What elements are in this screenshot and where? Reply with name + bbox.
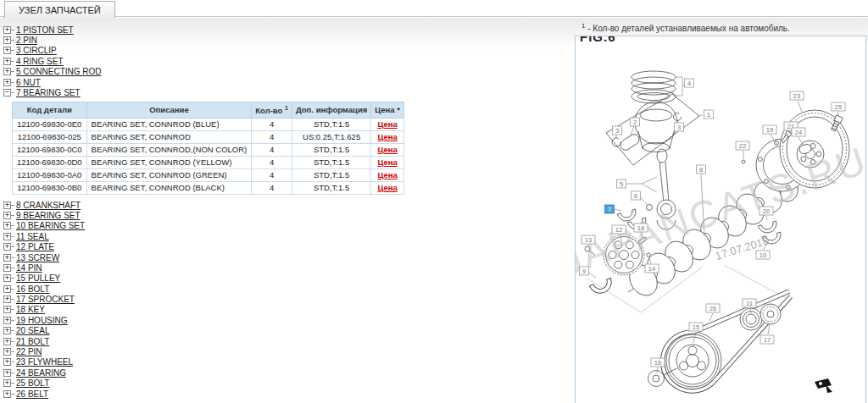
diagram-callout[interactable]: 19	[763, 125, 776, 134]
tree-item[interactable]: +4 RING SET	[3, 56, 570, 66]
tab-parts-node[interactable]: УЗЕЛ ЗАПЧАСТЕЙ	[4, 1, 115, 18]
tree-item-link[interactable]: 4 RING SET	[16, 57, 64, 66]
tree-item-link[interactable]: 18 KEY	[16, 305, 45, 314]
diagram-callout[interactable]: 2	[631, 118, 640, 126]
tree-item-link[interactable]: 14 PIN	[16, 263, 42, 273]
price-link[interactable]: Цена	[377, 119, 397, 129]
tree-item[interactable]: +12 PLATE	[3, 241, 570, 251]
expand-icon[interactable]: +	[3, 379, 11, 387]
diagram-callout[interactable]: 13	[581, 235, 595, 244]
tree-item-link[interactable]: 21 BOLT	[16, 337, 49, 346]
diagram-callout[interactable]: 6	[632, 191, 641, 200]
tree-item-link[interactable]: 1 PISTON SET	[16, 25, 74, 35]
diagram-callout[interactable]: 18	[634, 224, 648, 232]
expand-icon[interactable]: +	[3, 390, 11, 398]
expand-icon[interactable]: +	[3, 285, 11, 293]
tree-item[interactable]: +16 BOLT	[3, 284, 570, 294]
tree-item[interactable]: +19 HOUSING	[3, 315, 570, 325]
diagram-callout[interactable]: 9	[580, 267, 589, 275]
expand-icon[interactable]: +	[3, 369, 11, 377]
tree-item-link[interactable]: 22 PIN	[16, 347, 42, 356]
diagram-callout[interactable]: 17	[760, 335, 774, 344]
diagram-callout[interactable]: 3	[613, 126, 622, 135]
price-link[interactable]: Цена	[377, 157, 397, 167]
tree-item-link[interactable]: 24 BEARING	[16, 368, 66, 378]
collapse-icon[interactable]: −	[3, 89, 11, 97]
tree-item[interactable]: +23 FLYWHEEL	[3, 357, 570, 367]
tree-item[interactable]: +2 PIN	[3, 35, 570, 45]
expand-icon[interactable]: +	[3, 79, 11, 86]
expand-icon[interactable]: +	[3, 47, 11, 54]
expand-icon[interactable]: +	[3, 254, 11, 262]
tree-item[interactable]: +6 NUT	[3, 77, 570, 87]
tree-item-link[interactable]: 6 NUT	[16, 78, 41, 87]
diagram-callout[interactable]: 15	[689, 323, 703, 331]
tree-item-link[interactable]: 20 SEAL	[16, 326, 49, 335]
tree-item[interactable]: +20 SEAL	[3, 326, 570, 336]
expand-icon[interactable]: +	[3, 233, 11, 240]
expand-icon[interactable]: +	[3, 348, 11, 356]
tree-item[interactable]: +9 BEARING SET	[3, 210, 570, 220]
tree-item-link[interactable]: 7 BEARING SET	[16, 88, 81, 97]
price-link[interactable]: Цена	[377, 170, 397, 179]
diagram-callout[interactable]: 20	[760, 207, 773, 215]
price-link[interactable]: Цена	[377, 132, 397, 141]
tree-item-link[interactable]: 25 BOLT	[16, 378, 49, 388]
diagram-callout[interactable]: 24	[792, 128, 805, 136]
tree-item[interactable]: +26 BELT	[3, 389, 570, 399]
tree-item[interactable]: +1 PISTON SET	[3, 25, 570, 35]
tree-item[interactable]: +5 CONNECTING ROD	[3, 67, 570, 77]
tree-item[interactable]: +21 BOLT	[3, 336, 570, 346]
expand-icon[interactable]: +	[3, 26, 11, 34]
diagram-callout-selected[interactable]: 7	[605, 205, 615, 213]
expand-icon[interactable]: +	[3, 222, 11, 229]
expand-icon[interactable]: +	[3, 306, 11, 313]
tree-item-link[interactable]: 10 BEARING SET	[16, 221, 85, 230]
expand-icon[interactable]: +	[3, 36, 11, 44]
price-link[interactable]: Цена	[377, 145, 397, 154]
tree-item-link[interactable]: 26 BELT	[16, 389, 48, 399]
tree-item[interactable]: +24 BEARING	[3, 367, 570, 378]
tree-item-link[interactable]: 15 PULLEY	[16, 273, 60, 283]
tree-item-link[interactable]: 8 CRANKSHAFT	[16, 201, 81, 210]
diagram-callout[interactable]: 12	[612, 225, 626, 234]
tree-item[interactable]: +3 CIRCLIP	[3, 46, 570, 56]
tree-item[interactable]: +17 SPROCKET	[3, 294, 570, 304]
expand-icon[interactable]: +	[3, 58, 11, 65]
diagram-callout[interactable]: 10	[756, 251, 770, 259]
tree-item-link[interactable]: 5 CONNECTING ROD	[16, 67, 102, 76]
diagram-callout[interactable]: 4	[685, 79, 694, 87]
diagram-callout[interactable]: 14	[645, 264, 659, 273]
diagram-callout[interactable]: 8	[697, 165, 706, 174]
tree-item-link[interactable]: 11 SEAL	[16, 232, 49, 241]
expand-icon[interactable]: +	[3, 295, 11, 303]
diagram-callout[interactable]: 5	[617, 179, 626, 188]
diagram-callout[interactable]: 23	[790, 91, 804, 100]
price-link[interactable]: Цена	[377, 183, 397, 192]
diagram-callout[interactable]: 3	[675, 123, 684, 131]
tree-item[interactable]: +22 PIN	[3, 346, 570, 356]
expand-icon[interactable]: +	[3, 68, 11, 75]
diagram-callout[interactable]: 25	[832, 102, 845, 111]
diagram-callout[interactable]: 22	[736, 141, 749, 150]
expand-icon[interactable]: +	[3, 327, 11, 334]
diagram-callout[interactable]: 16	[651, 358, 665, 367]
tree-item-link[interactable]: 9 BEARING SET	[16, 211, 81, 220]
diagram-callout[interactable]: 26	[706, 304, 720, 312]
tree-item-link[interactable]: 13 SCREW	[16, 253, 59, 262]
tree-item[interactable]: +11 SEAL	[3, 231, 570, 241]
expand-icon[interactable]: +	[3, 338, 11, 345]
tree-item[interactable]: +8 CRANKSHAFT	[3, 200, 570, 210]
tree-item-link[interactable]: 16 BOLT	[16, 284, 49, 294]
diagram-callout[interactable]: 1	[704, 110, 714, 119]
tree-item[interactable]: +18 KEY	[3, 305, 570, 315]
tree-item-link[interactable]: 12 PLATE	[16, 242, 54, 251]
tree-item[interactable]: +13 SCREW	[3, 252, 570, 262]
expand-icon[interactable]: +	[3, 212, 11, 219]
tree-item-link[interactable]: 19 HOUSING	[16, 316, 68, 325]
expand-icon[interactable]: +	[3, 243, 11, 251]
expand-icon[interactable]: +	[3, 264, 11, 272]
tree-item-link[interactable]: 2 PIN	[16, 36, 37, 45]
diagram-callout[interactable]: 11	[743, 299, 756, 307]
tree-item[interactable]: +14 PIN	[3, 262, 570, 273]
